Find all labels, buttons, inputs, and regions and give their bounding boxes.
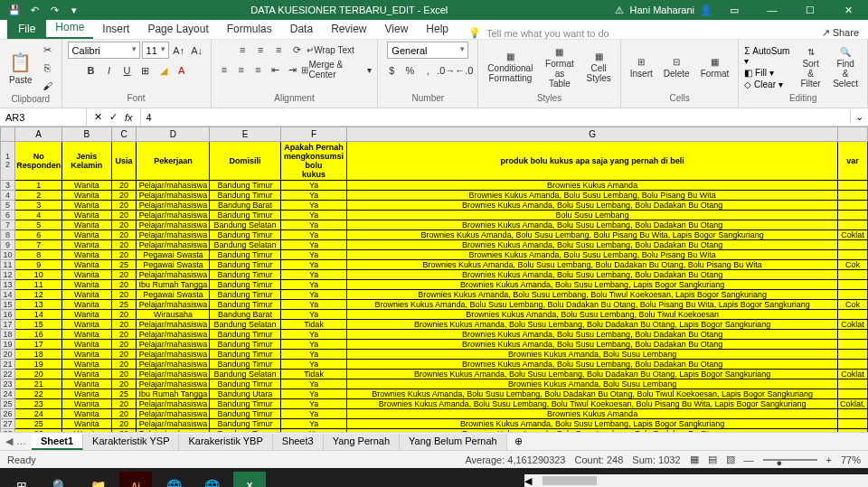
cell[interactable]: Bandung Timur bbox=[210, 399, 280, 409]
cell[interactable]: Ya bbox=[280, 360, 346, 370]
sheet-tab[interactable]: Yang Belum Pernah bbox=[400, 434, 507, 450]
cell[interactable]: Pelajar/mahasiswa bbox=[137, 419, 210, 429]
row-header-14[interactable]: 14 bbox=[1, 290, 15, 300]
cell[interactable]: Wanita bbox=[62, 350, 111, 360]
orientation[interactable]: ⟳ bbox=[288, 42, 305, 58]
cell[interactable]: Wanita bbox=[62, 230, 111, 240]
header-cell[interactable]: Usia bbox=[111, 142, 137, 181]
cell[interactable]: Brownies Kukus Amanda, Bolu Susu Lembang… bbox=[347, 429, 838, 433]
cell[interactable] bbox=[837, 409, 867, 419]
tab-insert[interactable]: Insert bbox=[93, 19, 138, 39]
sheet-nav-first[interactable]: ◀ bbox=[5, 435, 13, 447]
tab-home[interactable]: Home bbox=[46, 17, 93, 39]
header-cell[interactable]: produk bolu kukus apa saja yang pernah d… bbox=[347, 142, 838, 181]
align-right[interactable]: ≡ bbox=[250, 61, 266, 78]
cell[interactable]: Cok bbox=[837, 300, 867, 310]
bold-button[interactable]: B bbox=[83, 62, 99, 79]
header-cell-extra[interactable]: var bbox=[837, 142, 867, 181]
tell-me[interactable]: 💡 Tell me what you want to do bbox=[468, 27, 609, 39]
fill-color-button[interactable]: ◢ bbox=[156, 62, 172, 79]
cell[interactable]: Wanita bbox=[62, 429, 111, 433]
cell[interactable]: Wanita bbox=[62, 399, 111, 409]
row-header-26[interactable]: 26 bbox=[1, 409, 15, 419]
cell[interactable] bbox=[837, 181, 867, 191]
cell[interactable]: 4 bbox=[15, 211, 62, 220]
cell[interactable]: Brownies Kukus Amanda, Bolu Susu Lembang… bbox=[347, 290, 838, 300]
cell[interactable]: Ya bbox=[280, 389, 346, 399]
cell[interactable]: Bandung Timur bbox=[210, 330, 280, 340]
cell[interactable]: Wanita bbox=[62, 181, 111, 191]
cell[interactable]: Ya bbox=[280, 379, 346, 389]
align-middle[interactable]: ≡ bbox=[252, 42, 269, 58]
cell[interactable]: 11 bbox=[15, 280, 62, 290]
cell[interactable]: Wanita bbox=[62, 409, 111, 419]
cell-styles-button[interactable]: ▦Cell Styles bbox=[583, 50, 615, 85]
cell[interactable]: 20 bbox=[111, 270, 137, 280]
cell[interactable]: Ya bbox=[280, 270, 346, 280]
fill-button[interactable]: ◧ Fill ▾ bbox=[744, 68, 792, 78]
cell[interactable]: Ya bbox=[280, 230, 346, 240]
qat-dropdown[interactable]: ▾ bbox=[65, 1, 83, 19]
cell[interactable] bbox=[837, 389, 867, 399]
cell[interactable]: Bandung Timur bbox=[210, 379, 280, 389]
cell[interactable]: Pelajar/mahasiswa bbox=[137, 330, 210, 340]
cell[interactable]: Wanita bbox=[62, 240, 111, 250]
cell[interactable]: Bandung Timur bbox=[210, 340, 280, 350]
cell[interactable]: Ya bbox=[280, 290, 346, 300]
cell[interactable]: 20 bbox=[111, 191, 137, 201]
excel-taskbar-icon[interactable]: X bbox=[233, 472, 266, 487]
search-icon[interactable]: 🔍 bbox=[43, 472, 76, 487]
cell[interactable]: Coklat bbox=[837, 320, 867, 330]
col-header-F[interactable]: F bbox=[280, 127, 346, 142]
cell[interactable]: Ya bbox=[280, 409, 346, 419]
cell[interactable]: Bandung Timur bbox=[210, 360, 280, 370]
cell[interactable] bbox=[837, 310, 867, 320]
font-size-select[interactable]: 11 bbox=[142, 42, 169, 59]
col-header-A[interactable]: A bbox=[15, 127, 62, 142]
cell[interactable]: Pelajar/mahasiswa bbox=[137, 320, 210, 330]
ribbon-options[interactable]: ▭ bbox=[718, 0, 750, 20]
cell[interactable]: 20 bbox=[111, 409, 137, 419]
cell[interactable]: Bandung Timur bbox=[210, 350, 280, 360]
cell[interactable]: Bandung Selatan bbox=[210, 220, 280, 230]
cell[interactable] bbox=[837, 290, 867, 300]
cell[interactable]: Ya bbox=[280, 330, 346, 340]
cell[interactable]: Wanita bbox=[62, 290, 111, 300]
col-header-C[interactable]: C bbox=[111, 127, 137, 142]
paste-button[interactable]: 📋Paste bbox=[5, 50, 36, 87]
tab-help[interactable]: Help bbox=[417, 19, 458, 39]
cell[interactable]: Bandung Timur bbox=[210, 181, 280, 191]
cell[interactable]: Brownies Kukus Amanda, Bolu Susu Lembang bbox=[347, 379, 838, 389]
row-header-19[interactable]: 19 bbox=[1, 340, 15, 350]
horizontal-scrollbar[interactable]: ◀ bbox=[524, 474, 868, 487]
borders-button[interactable]: ⊞ bbox=[137, 62, 154, 79]
decrease-font-button[interactable]: A↓ bbox=[189, 42, 205, 59]
cell[interactable]: Wanita bbox=[62, 340, 111, 350]
cell[interactable] bbox=[837, 211, 867, 220]
font-color-button[interactable]: A bbox=[174, 62, 190, 79]
cell[interactable]: Brownies Kukus Amanda, Bolu Susu Lembang… bbox=[347, 320, 838, 330]
cell[interactable] bbox=[837, 201, 867, 211]
cell[interactable]: Wanita bbox=[62, 300, 111, 310]
cell[interactable]: Wanita bbox=[62, 389, 111, 399]
delete-cells-button[interactable]: ⊟Delete bbox=[660, 55, 693, 80]
cell[interactable]: 21 bbox=[15, 379, 62, 389]
align-top[interactable]: ≡ bbox=[234, 42, 250, 58]
row-header-25[interactable]: 25 bbox=[1, 399, 15, 409]
cell[interactable]: Ya bbox=[280, 211, 346, 220]
row-header-5[interactable]: 5 bbox=[1, 201, 15, 211]
cell[interactable]: 26 bbox=[15, 429, 62, 433]
formula-input[interactable]: 4 bbox=[141, 108, 850, 126]
cell[interactable] bbox=[837, 280, 867, 290]
cell[interactable]: 14 bbox=[15, 310, 62, 320]
cell[interactable]: 19 bbox=[15, 360, 62, 370]
cell[interactable]: Bandung Selatan bbox=[210, 240, 280, 250]
cell[interactable]: Coklat bbox=[837, 370, 867, 379]
cell[interactable]: Wanita bbox=[62, 419, 111, 429]
cell[interactable] bbox=[837, 350, 867, 360]
user-name[interactable]: Hani Maharani bbox=[629, 5, 694, 15]
col-header-next[interactable] bbox=[837, 127, 867, 142]
cell[interactable]: Ibu Rumah Tangga bbox=[137, 280, 210, 290]
cell[interactable]: Tidak bbox=[280, 370, 346, 379]
tab-formulas[interactable]: Formulas bbox=[218, 19, 281, 39]
